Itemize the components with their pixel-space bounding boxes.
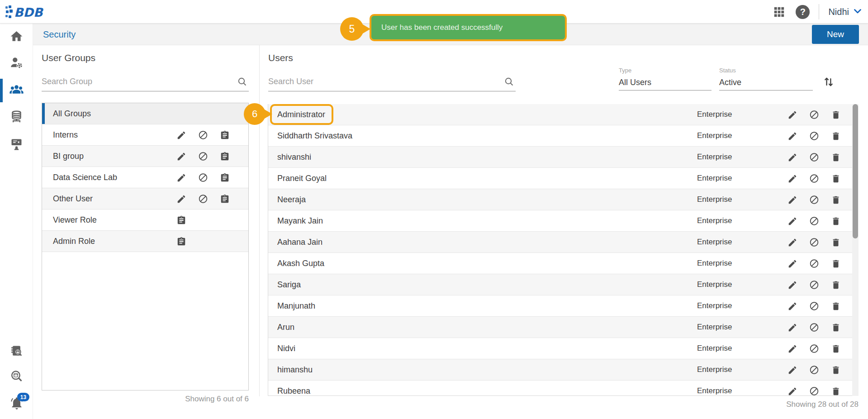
user-row[interactable]: Siddharth SrivastavaEnterprise (268, 125, 852, 147)
sidebar-item-home[interactable] (0, 24, 33, 50)
block-icon[interactable] (809, 301, 819, 311)
block-icon[interactable] (198, 130, 208, 140)
edit-icon[interactable] (787, 174, 797, 184)
block-icon[interactable] (198, 173, 208, 183)
edit-icon[interactable] (787, 386, 797, 396)
clipboard-icon[interactable] (220, 152, 230, 162)
sidebar-item-audit-trail[interactable] (0, 339, 33, 364)
block-icon[interactable] (809, 238, 819, 248)
delete-icon[interactable] (831, 238, 841, 248)
user-row[interactable]: himanshuEnterprise (268, 359, 852, 381)
block-icon[interactable] (809, 344, 819, 354)
groups-panel-title: User Groups (42, 52, 95, 63)
block-icon[interactable] (809, 110, 819, 120)
clipboard-icon[interactable] (220, 130, 230, 140)
user-type-label: Enterprise (697, 386, 732, 395)
block-icon[interactable] (809, 131, 819, 141)
block-icon[interactable] (198, 194, 208, 204)
edit-icon[interactable] (787, 131, 797, 141)
group-row[interactable]: Data Science Lab (42, 167, 248, 188)
edit-icon[interactable] (176, 173, 186, 183)
delete-icon[interactable] (831, 386, 841, 396)
clipboard-icon[interactable] (220, 194, 230, 204)
delete-icon[interactable] (831, 301, 841, 311)
delete-icon[interactable] (831, 195, 841, 205)
edit-icon[interactable] (787, 280, 797, 290)
user-row[interactable]: ArunEnterprise (268, 317, 852, 338)
type-filter-select[interactable]: Type All Users (619, 66, 711, 90)
sidebar-item-user-groups[interactable] (0, 78, 33, 103)
delete-icon[interactable] (831, 280, 841, 290)
delete-icon[interactable] (831, 152, 841, 162)
delete-icon[interactable] (831, 323, 841, 333)
user-row[interactable]: Akash GuptaEnterprise (268, 253, 852, 274)
block-icon[interactable] (198, 152, 208, 162)
status-filter-select[interactable]: Status Active (719, 66, 813, 90)
user-row[interactable]: SarigaEnterprise (268, 274, 852, 295)
user-search-input[interactable] (268, 72, 500, 90)
user-row[interactable]: NidviEnterprise (268, 338, 852, 359)
search-icon[interactable] (237, 76, 248, 89)
user-row[interactable]: AdministratorEnterprise (268, 104, 852, 125)
edit-icon[interactable] (787, 323, 797, 333)
bdb-logo[interactable]: BDB (5, 4, 43, 22)
user-row[interactable]: ManjunathEnterprise (268, 295, 852, 317)
sidebar-item-user-settings[interactable] (0, 51, 33, 76)
edit-icon[interactable] (787, 110, 797, 120)
edit-icon[interactable] (787, 365, 797, 375)
group-row[interactable]: Admin Role (42, 231, 248, 252)
user-row[interactable]: Mayank JainEnterprise (268, 210, 852, 232)
edit-icon[interactable] (787, 216, 797, 226)
clipboard-icon[interactable] (176, 237, 186, 247)
sidebar-item-data-search[interactable] (0, 364, 33, 390)
delete-icon[interactable] (831, 174, 841, 184)
block-icon[interactable] (809, 259, 819, 269)
edit-icon[interactable] (787, 152, 797, 162)
block-icon[interactable] (809, 386, 819, 396)
delete-icon[interactable] (831, 216, 841, 226)
apps-grid-icon[interactable] (771, 4, 787, 19)
edit-icon[interactable] (787, 195, 797, 205)
sidebar-item-training[interactable] (0, 132, 33, 157)
block-icon[interactable] (809, 323, 819, 333)
delete-icon[interactable] (831, 110, 841, 120)
block-icon[interactable] (809, 280, 819, 290)
group-row[interactable]: All Groups (42, 103, 248, 124)
group-row[interactable]: BI group (42, 146, 248, 167)
help-icon[interactable] (796, 5, 810, 19)
sort-icon[interactable] (822, 75, 835, 89)
user-row[interactable]: Aahana JainEnterprise (268, 232, 852, 253)
block-icon[interactable] (809, 195, 819, 205)
block-icon[interactable] (809, 152, 819, 162)
clipboard-icon[interactable] (176, 215, 186, 225)
sidebar-item-data-center[interactable] (0, 105, 33, 130)
edit-icon[interactable] (176, 194, 186, 204)
edit-icon[interactable] (176, 152, 186, 162)
delete-icon[interactable] (831, 131, 841, 141)
edit-icon[interactable] (787, 301, 797, 311)
delete-icon[interactable] (831, 344, 841, 354)
user-row[interactable]: shivanshiEnterprise (268, 147, 852, 168)
block-icon[interactable] (809, 216, 819, 226)
new-button[interactable]: New (812, 25, 859, 44)
clipboard-icon[interactable] (220, 173, 230, 183)
block-icon[interactable] (809, 174, 819, 184)
edit-icon[interactable] (787, 344, 797, 354)
edit-icon[interactable] (176, 130, 186, 140)
user-row[interactable]: NeerajaEnterprise (268, 189, 852, 210)
search-icon[interactable] (504, 76, 515, 89)
users-scrollbar-thumb[interactable] (853, 104, 858, 238)
edit-icon[interactable] (787, 238, 797, 248)
user-row[interactable]: RubeenaEnterprise (268, 381, 852, 396)
group-search-input[interactable] (42, 72, 233, 90)
group-row[interactable]: Other User (42, 188, 248, 210)
block-icon[interactable] (809, 365, 819, 375)
delete-icon[interactable] (831, 365, 841, 375)
user-menu[interactable]: Nidhi (828, 7, 862, 17)
edit-icon[interactable] (787, 259, 797, 269)
notification-count-badge: 13 (17, 393, 29, 401)
group-row[interactable]: Viewer Role (42, 210, 248, 231)
delete-icon[interactable] (831, 259, 841, 269)
user-row[interactable]: Praneit GoyalEnterprise (268, 168, 852, 189)
group-row[interactable]: Interns (42, 124, 248, 146)
